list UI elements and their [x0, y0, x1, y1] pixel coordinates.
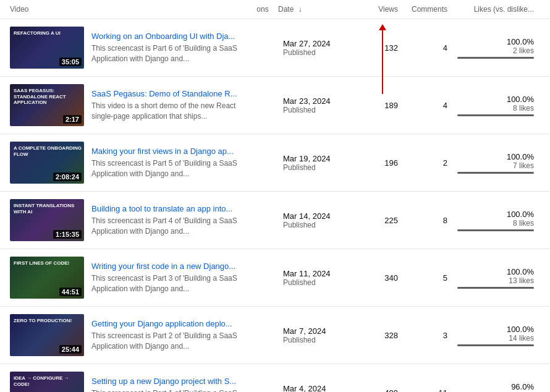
video-title[interactable]: Setting up a new Django project with S..… — [91, 377, 247, 386]
likes-bar-fill — [457, 172, 534, 174]
views-cell: 340 — [358, 273, 408, 283]
likes-percentage: 100.0% — [457, 210, 534, 219]
video-cell: Refactoring a UI 35:05 Working on an Onb… — [0, 27, 247, 69]
thumb-label: Zero to Production! — [14, 318, 72, 324]
table-row: Instant Translations with AI 1:15:35 Bui… — [0, 192, 550, 249]
duration-badge: 35:05 — [59, 58, 82, 66]
date-cell: Mar 7, 2024 Published — [278, 326, 358, 344]
likes-bar-background — [457, 287, 534, 289]
thumbnail[interactable]: Instant Translations with AI 1:15:35 — [10, 199, 84, 241]
views-cell: 196 — [358, 158, 408, 168]
table-row: Refactoring a UI 35:05 Working on an Onb… — [0, 19, 550, 77]
video-info: Getting your Django application deplo...… — [91, 319, 247, 352]
video-cell: SaaS Pegasus: Standalone React Applicati… — [0, 84, 247, 126]
likes-percentage: 96.0% — [457, 382, 534, 391]
video-title[interactable]: Getting your Django application deplo... — [91, 319, 247, 328]
date-cell: Mar 19, 2024 Published — [278, 154, 358, 172]
likes-cell: 100.0% 7 likes — [457, 152, 544, 174]
duration-badge: 25:44 — [59, 345, 82, 354]
table-row: First Lines of Code! 44:51 Writing your … — [0, 249, 550, 307]
views-cell: 328 — [358, 331, 408, 340]
date-value: Mar 23, 2024 — [283, 96, 358, 106]
column-header-comments: Comments — [408, 5, 457, 14]
likes-cell: 100.0% 2 likes — [457, 37, 544, 59]
duration-badge: 2:17 — [63, 115, 82, 124]
status-badge: Published — [283, 163, 358, 172]
thumbnail[interactable]: Zero to Production! 25:44 — [10, 314, 84, 356]
table-row: SaaS Pegasus: Standalone React Applicati… — [0, 77, 550, 134]
video-title[interactable]: Writing your first code in a new Django.… — [91, 262, 247, 271]
video-title[interactable]: SaaS Pegasus: Demo of Standalone R... — [91, 89, 247, 98]
date-value: Mar 27, 2024 — [283, 39, 358, 48]
likes-bar-background — [457, 172, 534, 174]
duration-badge: 2:08:24 — [53, 173, 82, 181]
thumbnail[interactable]: SaaS Pegasus: Standalone React Applicati… — [10, 84, 84, 126]
date-value: Mar 7, 2024 — [283, 326, 358, 336]
date-cell: Mar 4, 2024 Published — [278, 384, 358, 393]
date-cell: Mar 14, 2024 Published — [278, 211, 358, 229]
duration-badge: 1:15:35 — [53, 230, 82, 239]
date-value: Mar 14, 2024 — [283, 211, 358, 221]
video-title[interactable]: Making your first views in a Django ap..… — [91, 147, 247, 156]
video-info: Making your first views in a Django ap..… — [91, 147, 247, 179]
likes-count: 8 likes — [457, 104, 534, 113]
video-info: Setting up a new Django project with S..… — [91, 377, 247, 392]
likes-cell: 96.0% 24 likes — [457, 382, 544, 393]
thumbnail[interactable]: Idea → Configure → Code! 26:17 — [10, 372, 84, 392]
likes-bar-fill — [457, 344, 534, 346]
column-header-actions: ons — [247, 5, 278, 14]
video-info: SaaS Pegasus: Demo of Standalone R... Th… — [91, 89, 247, 122]
date-cell: Mar 11, 2024 Published — [278, 269, 358, 287]
status-badge: Published — [283, 336, 358, 344]
table-row: Idea → Configure → Code! 26:17 Setting u… — [0, 364, 550, 392]
thumbnail[interactable]: First Lines of Code! 44:51 — [10, 257, 84, 299]
thumb-label: Instant Translations with AI — [14, 203, 84, 215]
likes-cell: 100.0% 8 likes — [457, 210, 544, 231]
thumb-label: A Complete Onboarding Flow — [14, 145, 84, 157]
video-title[interactable]: Working on an Onboarding UI with Dja... — [91, 32, 247, 41]
likes-bar-background — [457, 57, 534, 59]
likes-count: 13 likes — [457, 276, 534, 285]
video-description: This video is a short demo of the new Re… — [91, 101, 247, 122]
video-info: Writing your first code in a new Django.… — [91, 262, 247, 294]
table-row: A Complete Onboarding Flow 2:08:24 Makin… — [0, 134, 550, 192]
likes-count: 2 likes — [457, 46, 534, 55]
thumb-label: Refactoring a UI — [14, 30, 61, 36]
comments-cell: 3 — [408, 331, 457, 340]
date-value: Mar 4, 2024 — [283, 384, 358, 393]
status-badge: Published — [283, 221, 358, 229]
likes-bar-fill — [457, 114, 534, 116]
column-header-date[interactable]: Date ↓ — [278, 5, 358, 14]
video-cell: First Lines of Code! 44:51 Writing your … — [0, 257, 247, 299]
likes-bar-fill — [457, 287, 534, 289]
thumbnail[interactable]: Refactoring a UI 35:05 — [10, 27, 84, 69]
likes-percentage: 100.0% — [457, 152, 534, 161]
views-cell: 225 — [358, 216, 408, 225]
likes-bar-background — [457, 114, 534, 116]
column-header-video: Video — [0, 5, 247, 14]
likes-cell: 100.0% 14 likes — [457, 325, 544, 346]
likes-percentage: 100.0% — [457, 37, 534, 46]
date-value: Mar 11, 2024 — [283, 269, 358, 278]
thumb-label: First Lines of Code! — [14, 260, 69, 266]
likes-percentage: 100.0% — [457, 95, 534, 104]
video-cell: Instant Translations with AI 1:15:35 Bui… — [0, 199, 247, 241]
video-cell: A Complete Onboarding Flow 2:08:24 Makin… — [0, 142, 247, 184]
video-title[interactable]: Building a tool to translate an app into… — [91, 204, 247, 213]
likes-bar-background — [457, 344, 534, 346]
video-info: Working on an Onboarding UI with Dja... … — [91, 32, 247, 64]
likes-bar-background — [457, 229, 534, 231]
likes-bar-fill — [457, 229, 534, 231]
video-cell: Zero to Production! 25:44 Getting your D… — [0, 314, 247, 356]
comments-cell: 4 — [408, 43, 457, 53]
views-cell: 499 — [358, 388, 408, 393]
date-cell: Mar 27, 2024 Published — [278, 39, 358, 57]
thumbnail[interactable]: A Complete Onboarding Flow 2:08:24 — [10, 142, 84, 184]
video-description: This screencast is Part 4 of 'Building a… — [91, 216, 247, 237]
status-badge: Published — [283, 106, 358, 114]
sort-icon: ↓ — [298, 5, 302, 14]
table-body: Refactoring a UI 35:05 Working on an Onb… — [0, 19, 550, 392]
column-header-views: Views — [358, 5, 408, 14]
likes-percentage: 100.0% — [457, 267, 534, 276]
comments-cell: 5 — [408, 273, 457, 283]
